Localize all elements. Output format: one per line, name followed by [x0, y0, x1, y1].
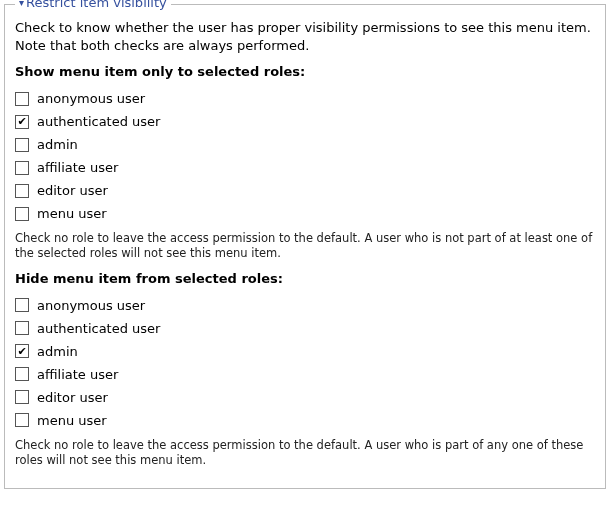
- hide-checkbox[interactable]: [15, 390, 29, 404]
- role-label[interactable]: authenticated user: [37, 321, 160, 336]
- show-roles-heading: Show menu item only to selected roles:: [15, 64, 595, 79]
- role-item: affiliate user: [15, 160, 595, 175]
- fieldset-legend[interactable]: ▾ Restrict item visibility: [15, 0, 171, 10]
- role-item: editor user: [15, 183, 595, 198]
- role-item: affiliate user: [15, 367, 595, 382]
- role-label[interactable]: anonymous user: [37, 298, 145, 313]
- hide-checkbox[interactable]: [15, 298, 29, 312]
- role-item: authenticated user: [15, 114, 595, 129]
- role-label[interactable]: admin: [37, 344, 78, 359]
- show-checkbox[interactable]: [15, 161, 29, 175]
- role-item: menu user: [15, 206, 595, 221]
- hide-checkbox[interactable]: [15, 344, 29, 358]
- show-checkbox[interactable]: [15, 184, 29, 198]
- show-roles-help: Check no role to leave the access permis…: [15, 231, 595, 261]
- role-label[interactable]: editor user: [37, 183, 108, 198]
- role-label[interactable]: menu user: [37, 206, 107, 221]
- role-label[interactable]: editor user: [37, 390, 108, 405]
- role-label[interactable]: affiliate user: [37, 367, 118, 382]
- show-checkbox[interactable]: [15, 207, 29, 221]
- hide-checkbox[interactable]: [15, 321, 29, 335]
- intro-text: Check to know whether the user has prope…: [15, 19, 595, 54]
- role-item: editor user: [15, 390, 595, 405]
- role-label[interactable]: authenticated user: [37, 114, 160, 129]
- role-label[interactable]: anonymous user: [37, 91, 145, 106]
- role-item: anonymous user: [15, 298, 595, 313]
- show-checkbox[interactable]: [15, 115, 29, 129]
- hide-checkbox[interactable]: [15, 413, 29, 427]
- show-roles-list: anonymous userauthenticated useradminaff…: [15, 91, 595, 221]
- restrict-visibility-fieldset: ▾ Restrict item visibility Check to know…: [4, 4, 606, 489]
- hide-roles-list: anonymous userauthenticated useradminaff…: [15, 298, 595, 428]
- show-checkbox[interactable]: [15, 92, 29, 106]
- collapse-icon: ▾: [19, 0, 24, 8]
- hide-roles-heading: Hide menu item from selected roles:: [15, 271, 595, 286]
- role-item: authenticated user: [15, 321, 595, 336]
- legend-label: Restrict item visibility: [26, 0, 167, 10]
- role-label[interactable]: admin: [37, 137, 78, 152]
- role-label[interactable]: affiliate user: [37, 160, 118, 175]
- role-item: menu user: [15, 413, 595, 428]
- show-checkbox[interactable]: [15, 138, 29, 152]
- hide-checkbox[interactable]: [15, 367, 29, 381]
- role-item: anonymous user: [15, 91, 595, 106]
- role-item: admin: [15, 137, 595, 152]
- role-item: admin: [15, 344, 595, 359]
- hide-roles-help: Check no role to leave the access permis…: [15, 438, 595, 468]
- role-label[interactable]: menu user: [37, 413, 107, 428]
